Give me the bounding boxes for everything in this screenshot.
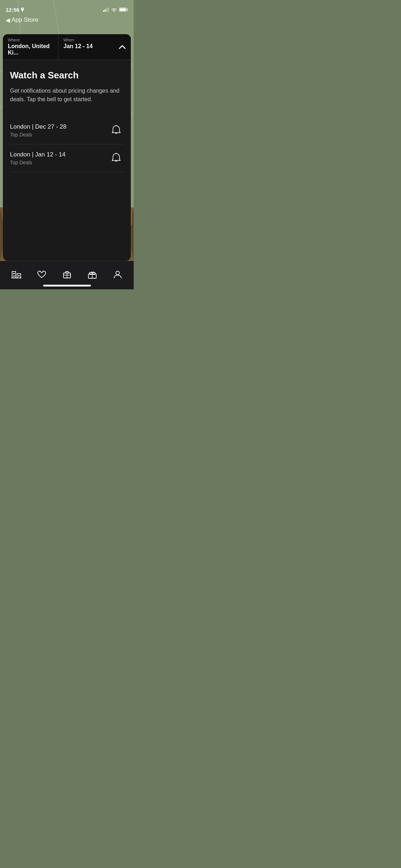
bell-icon	[112, 125, 121, 134]
tab-trips[interactable]	[54, 267, 79, 279]
time-display: 12:56	[6, 7, 19, 13]
watch-bell-button-0[interactable]	[109, 122, 124, 138]
status-time: 12:56	[6, 7, 24, 13]
when-label: When:	[63, 38, 109, 42]
hotel-icon	[11, 270, 21, 279]
status-bar: 12:56	[0, 0, 134, 16]
svg-rect-9	[105, 9, 106, 12]
search-item-subtitle: Top Deals	[10, 160, 109, 165]
search-item-info: London | Dec 27 - 28 Top Deals	[10, 123, 109, 138]
collapse-chevron-icon[interactable]	[114, 34, 131, 60]
svg-point-70	[116, 271, 119, 275]
watch-bell-button-1[interactable]	[109, 150, 124, 166]
location-icon	[21, 7, 24, 12]
search-item: London | Dec 27 - 28 Top Deals	[10, 117, 124, 144]
where-section[interactable]: Where: London, United Ki...	[3, 34, 58, 60]
battery-icon	[119, 7, 128, 12]
svg-rect-61	[13, 273, 15, 274]
where-value: London, United Ki...	[8, 43, 53, 56]
when-value: Jan 12 - 14	[63, 43, 109, 50]
search-item-title: London | Jan 12 - 14	[10, 151, 109, 158]
svg-rect-63	[18, 275, 20, 277]
suitcase-icon	[62, 270, 72, 279]
watch-title: Watch a Search	[10, 70, 124, 81]
svg-rect-14	[120, 9, 126, 11]
svg-rect-58	[12, 272, 16, 278]
search-header[interactable]: Where: London, United Ki... When: Jan 12…	[3, 34, 131, 60]
svg-rect-11	[108, 7, 109, 12]
when-section[interactable]: When: Jan 12 - 14	[58, 34, 114, 60]
tab-gifts[interactable]	[79, 267, 105, 279]
heart-icon	[37, 270, 47, 279]
search-item-title: London | Dec 27 - 28	[10, 123, 109, 130]
home-indicator	[43, 285, 91, 286]
tab-account[interactable]	[105, 267, 130, 279]
watch-content: Watch a Search Get notifications about p…	[3, 60, 131, 261]
svg-rect-62	[13, 275, 15, 277]
svg-rect-13	[127, 9, 128, 11]
tab-hotels[interactable]	[4, 267, 29, 279]
watch-search-modal: Where: London, United Ki... When: Jan 12…	[3, 34, 131, 261]
watch-description: Get notifications about pricing changes …	[10, 87, 124, 104]
status-right	[103, 7, 128, 12]
where-label: Where:	[8, 38, 53, 42]
svg-rect-8	[103, 10, 104, 12]
back-label: App Store	[11, 16, 38, 24]
search-item: London | Jan 12 - 14 Top Deals	[10, 144, 124, 172]
gift-icon	[87, 270, 97, 279]
signal-icon	[103, 7, 109, 12]
bell-icon	[112, 153, 121, 162]
back-navigation[interactable]: ◀ App Store	[0, 16, 134, 26]
search-item-subtitle: Top Deals	[10, 132, 109, 138]
back-chevron-icon: ◀	[6, 17, 10, 24]
person-icon	[113, 270, 123, 279]
wifi-icon	[111, 7, 117, 12]
search-item-info: London | Jan 12 - 14 Top Deals	[10, 151, 109, 165]
status-left: 12:56	[6, 7, 24, 13]
svg-rect-10	[106, 8, 107, 12]
tab-favorites[interactable]	[29, 267, 54, 279]
